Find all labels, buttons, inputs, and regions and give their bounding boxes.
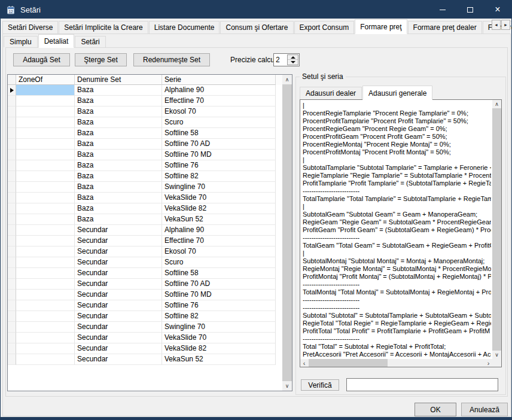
- cell-serie[interactable]: Softline 82: [162, 171, 276, 182]
- cell-denumire-set[interactable]: Secundar: [75, 290, 162, 300]
- scrollbar-thumb[interactable]: [282, 84, 292, 381]
- tab-adausuri-generale[interactable]: Adausuri generale: [362, 86, 432, 100]
- cell-denumire-set[interactable]: Baza: [75, 117, 162, 128]
- cell-denumire-set[interactable]: Baza: [75, 139, 162, 150]
- tab-adausuri-dealer[interactable]: Adausuri dealer: [300, 87, 362, 99]
- row-header[interactable]: [8, 182, 16, 193]
- cell-serie[interactable]: Scuro: [162, 257, 276, 268]
- cell-zoneof[interactable]: [16, 150, 75, 160]
- cell-serie[interactable]: Softline 70 AD: [162, 279, 276, 290]
- cell-zoneof[interactable]: [16, 85, 75, 96]
- row-header[interactable]: [8, 214, 16, 225]
- cell-denumire-set[interactable]: Secundar: [75, 236, 162, 246]
- maximize-button[interactable]: [456, 1, 484, 19]
- row-header[interactable]: [8, 322, 16, 333]
- cell-serie[interactable]: Swingline 70: [162, 322, 276, 333]
- cell-serie[interactable]: Ekosol 70: [162, 106, 276, 117]
- cell-serie[interactable]: VekaSlide 82: [162, 203, 276, 214]
- tab-export-consum[interactable]: Export Consum: [294, 21, 355, 34]
- scroll-down-button[interactable]: ∨: [492, 351, 501, 359]
- cell-serie[interactable]: VekaSlide 70: [162, 333, 276, 343]
- cell-denumire-set[interactable]: Baza: [75, 150, 162, 160]
- row-header[interactable]: [8, 300, 16, 311]
- scroll-right-button[interactable]: ›: [484, 359, 492, 367]
- cell-zoneof[interactable]: [16, 279, 75, 290]
- cell-serie[interactable]: Softline 76: [162, 160, 276, 171]
- cell-zoneof[interactable]: [16, 128, 75, 139]
- cell-serie[interactable]: Softline 70 MD: [162, 290, 276, 300]
- add-set-button[interactable]: Adaugă Set: [13, 53, 70, 66]
- cell-denumire-set[interactable]: Secundar: [75, 279, 162, 290]
- cell-serie[interactable]: Swingline 70: [162, 182, 276, 193]
- cell-denumire-set[interactable]: Baza: [75, 193, 162, 203]
- cell-serie[interactable]: Scuro: [162, 117, 276, 128]
- cell-serie[interactable]: Softline 82: [162, 311, 276, 322]
- cell-serie[interactable]: Effectline 70: [162, 236, 276, 246]
- scroll-up-button[interactable]: ∧: [282, 75, 292, 84]
- row-header[interactable]: [8, 128, 16, 139]
- cell-denumire-set[interactable]: Baza: [75, 106, 162, 117]
- cell-zoneof[interactable]: [16, 246, 75, 257]
- cell-zoneof[interactable]: [16, 96, 75, 106]
- tab-setari-diverse[interactable]: Setări Diverse: [2, 21, 58, 34]
- cell-zoneof[interactable]: [16, 290, 75, 300]
- cell-serie[interactable]: VekaSlide 70: [162, 193, 276, 203]
- tab-setari-implicite-la-creare[interactable]: Setări Implicite la Creare: [59, 21, 148, 34]
- row-header[interactable]: [8, 354, 16, 365]
- row-header[interactable]: [8, 150, 16, 160]
- rename-set-button[interactable]: Redenumeşte Set: [133, 53, 210, 66]
- cell-zoneof[interactable]: [16, 117, 75, 128]
- tab-consum-si-ofertare[interactable]: Consum şi Ofertare: [220, 21, 293, 34]
- tab-simplu[interactable]: Simplu: [4, 36, 38, 47]
- row-header[interactable]: [8, 333, 16, 343]
- row-header[interactable]: [8, 85, 16, 96]
- cell-denumire-set[interactable]: Baza: [75, 182, 162, 193]
- formula-editor[interactable]: | ProcentRegieTamplarie "Procent Regie T…: [300, 99, 502, 367]
- delete-set-button[interactable]: Şterge Set: [75, 53, 127, 66]
- tab-formare-pret-dealer[interactable]: Formare preţ dealer: [408, 21, 482, 34]
- cell-denumire-set[interactable]: Secundar: [75, 225, 162, 236]
- row-header[interactable]: [8, 246, 16, 257]
- tab-formare-pret[interactable]: Formare preţ: [355, 19, 407, 34]
- scroll-left-button[interactable]: ‹: [300, 359, 308, 367]
- cell-zoneof[interactable]: [16, 236, 75, 246]
- cell-serie[interactable]: Softline 58: [162, 128, 276, 139]
- cell-serie[interactable]: Softline 70 AD: [162, 139, 276, 150]
- formula-text[interactable]: | ProcentRegieTamplarie "Procent Regie T…: [303, 102, 491, 358]
- row-header[interactable]: [8, 193, 16, 203]
- row-header[interactable]: [8, 268, 16, 279]
- cell-zoneof[interactable]: [16, 268, 75, 279]
- cell-zoneof[interactable]: [16, 311, 75, 322]
- cell-serie[interactable]: VekaSun 52: [162, 354, 276, 365]
- cell-zoneof[interactable]: [16, 343, 75, 354]
- row-header[interactable]: [8, 225, 16, 236]
- tab-scroll-left-button[interactable]: ◄: [492, 20, 501, 30]
- column-header-serie[interactable]: Serie: [162, 75, 276, 85]
- cell-zoneof[interactable]: [16, 225, 75, 236]
- row-header[interactable]: [8, 257, 16, 268]
- cell-denumire-set[interactable]: Secundar: [75, 300, 162, 311]
- minimize-button[interactable]: [429, 1, 456, 19]
- cell-denumire-set[interactable]: Secundar: [75, 257, 162, 268]
- row-header[interactable]: [8, 236, 16, 246]
- cell-denumire-set[interactable]: Baza: [75, 96, 162, 106]
- cell-denumire-set[interactable]: Secundar: [75, 268, 162, 279]
- verify-input[interactable]: [346, 378, 498, 391]
- cell-zoneof[interactable]: [16, 300, 75, 311]
- cell-zoneof[interactable]: [16, 354, 75, 365]
- row-header[interactable]: [8, 343, 16, 354]
- scrollbar-thumb[interactable]: [492, 108, 501, 351]
- cell-denumire-set[interactable]: Baza: [75, 160, 162, 171]
- spinner-up-button[interactable]: [288, 55, 298, 60]
- cell-serie[interactable]: Softline 76: [162, 300, 276, 311]
- column-header-zoneof[interactable]: ZoneOf: [16, 75, 75, 85]
- scroll-up-button[interactable]: ∧: [492, 100, 501, 108]
- editor-horizontal-scrollbar[interactable]: ‹ ›: [300, 359, 492, 367]
- close-button[interactable]: ×: [484, 1, 511, 19]
- row-header[interactable]: [8, 96, 16, 106]
- cell-zoneof[interactable]: [16, 160, 75, 171]
- grid-vertical-scrollbar[interactable]: ∧ ∨: [282, 75, 292, 391]
- cell-serie[interactable]: Effectline 70: [162, 96, 276, 106]
- cell-denumire-set[interactable]: Secundar: [75, 343, 162, 354]
- cell-zoneof[interactable]: [16, 106, 75, 117]
